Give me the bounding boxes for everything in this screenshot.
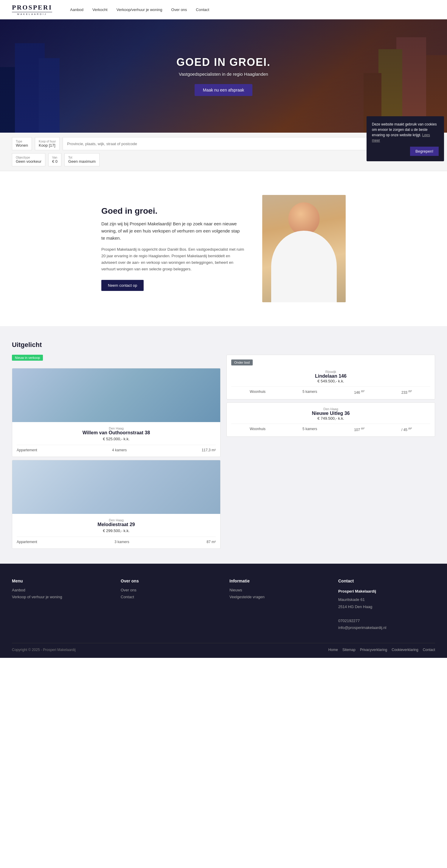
about-text: Goed in groei. Dat zijn wij bij Prosperi… bbox=[101, 206, 244, 291]
koop-field[interactable]: Koop of huur Koop [17] bbox=[35, 137, 60, 150]
type-field[interactable]: Type Wonen bbox=[12, 137, 32, 150]
hero-subtitle: Vastgoedspecialisten in de regio Haaglan… bbox=[177, 71, 270, 76]
listing-price-4: € 749.500,- k.k. bbox=[231, 416, 430, 421]
featured-section: Uitgelicht Nieuw in verkoop Den Haag Wil… bbox=[0, 326, 447, 564]
listing-image-1 bbox=[12, 368, 220, 422]
listing-rooms-2: 3 kamers bbox=[115, 540, 129, 544]
listing-price-2: € 299.500,- k.k. bbox=[17, 528, 216, 533]
footer-bottom-home[interactable]: Home bbox=[328, 648, 338, 652]
nav-contact[interactable]: Contact bbox=[196, 7, 209, 12]
listing-address-3: Lindelaan 146 bbox=[231, 373, 430, 379]
to-field[interactable]: Tot Geen maximum bbox=[64, 153, 99, 166]
footer-news-link[interactable]: Nieuws bbox=[229, 588, 326, 592]
right-column: Onder bod Rijswijk Lindelaan 146 € 549.5… bbox=[226, 355, 435, 549]
listing-card-4[interactable]: Den Haag Nieuwe Uitleg 36 € 749.500,- k.… bbox=[226, 402, 435, 437]
listing-info-1: Den Haag Willem van Outhoornstraat 38 € … bbox=[12, 422, 220, 457]
object-value: Geen voorkeur bbox=[16, 159, 41, 164]
type-label: Type bbox=[16, 140, 28, 143]
type-value: Wonen bbox=[16, 143, 28, 148]
footer-menu-title: Menu bbox=[12, 579, 109, 583]
footer-contact-link[interactable]: Contact bbox=[121, 595, 218, 599]
nav-verkoop[interactable]: Verkoop/verhuur je woning bbox=[117, 7, 162, 12]
footer-bottom-sitemap[interactable]: Sitemap bbox=[342, 648, 355, 652]
footer-about-link[interactable]: Over ons bbox=[121, 588, 218, 592]
listing-size-plot-3: 233 m² bbox=[402, 390, 412, 395]
location-input[interactable] bbox=[63, 137, 382, 150]
from-value: € 0 bbox=[52, 159, 58, 164]
about-section: Goed in groei. Dat zijn wij bij Prosperi… bbox=[0, 171, 447, 326]
badge-new: Nieuw in verkoop bbox=[12, 355, 221, 365]
listing-rooms-1: 4 kamers bbox=[112, 448, 127, 452]
nav-verkocht[interactable]: Verkocht bbox=[92, 7, 107, 12]
footer-bottom-privacy[interactable]: Privacyverklaring bbox=[360, 648, 387, 652]
header: PROSPERI MAKELAARDIJ Aanbod Verkocht Ver… bbox=[0, 0, 447, 20]
listing-size-plot-4: / 45 m² bbox=[402, 427, 412, 432]
footer-email: info@prosperimakelaardij.nl bbox=[338, 624, 435, 631]
footer-contact-info: Prosperi Makelaardij Mauritskade 61 2514… bbox=[338, 588, 435, 631]
badge-onderbod: Onder bod bbox=[231, 360, 430, 370]
footer-contact-col: Contact Prosperi Makelaardij Mauritskade… bbox=[338, 579, 435, 631]
listing-type-3: Woonhuis bbox=[250, 390, 265, 395]
object-field[interactable]: Objecttype Geen voorkeur bbox=[12, 153, 45, 166]
about-intro: Dat zijn wij bij Prosperi Makelaardij! B… bbox=[101, 220, 244, 242]
logo[interactable]: PROSPERI MAKELAARDIJ bbox=[12, 4, 52, 16]
listing-card-3[interactable]: Onder bod Rijswijk Lindelaan 146 € 549.5… bbox=[226, 355, 435, 399]
footer-bottom: Copyright © 2025 - Prosperi Makelaardij … bbox=[12, 643, 435, 652]
cookie-accept-button[interactable]: Begrepen! bbox=[410, 147, 439, 156]
hero-title: GOED IN GROEI. bbox=[177, 56, 270, 68]
footer-copyright: Copyright © 2025 - Prosperi Makelaardij bbox=[12, 648, 76, 652]
listing-rooms-3: 5 kamers bbox=[302, 390, 317, 395]
footer-info-col: Informatie Nieuws Veelgestelde vragen bbox=[229, 579, 326, 631]
footer-faq-link[interactable]: Veelgestelde vragen bbox=[229, 595, 326, 599]
cookie-text: Deze website maakt gebruik van cookies o… bbox=[372, 122, 439, 143]
footer-menu-col: Menu Aanbod Verkoop of verhuur je woning bbox=[12, 579, 109, 631]
footer-menu-verkoop[interactable]: Verkoop of verhuur je woning bbox=[12, 595, 109, 599]
footer-company-name: Prosperi Makelaardij bbox=[338, 588, 435, 595]
listing-specs-2: Appartement 3 kamers 87 m² bbox=[17, 536, 216, 544]
footer-about-title: Over ons bbox=[121, 579, 218, 583]
listing-city-3: Rijswijk bbox=[231, 370, 430, 373]
footer-bottom-links: Home Sitemap Privacyverklaring Cookiever… bbox=[328, 648, 435, 652]
hero-cta-button[interactable]: Maak nu een afspraak bbox=[195, 84, 253, 96]
listing-image-2 bbox=[12, 460, 220, 514]
footer-phone: 0702192277 bbox=[338, 617, 435, 624]
footer-bottom-cookie[interactable]: Cookieverklaring bbox=[391, 648, 418, 652]
footer-contact-title: Contact bbox=[338, 579, 435, 583]
listing-city-4: Den Haag bbox=[231, 407, 430, 411]
listing-price-3: € 549.500,- k.k. bbox=[231, 379, 430, 383]
about-content: Goed in groei. Dat zijn wij bij Prosperi… bbox=[89, 177, 358, 320]
listing-size-living-3: 146 m² bbox=[354, 390, 364, 395]
cookie-banner: Deze website maakt gebruik van cookies o… bbox=[366, 116, 444, 161]
footer: Menu Aanbod Verkoop of verhuur je woning… bbox=[0, 564, 447, 658]
footer-bottom-contact[interactable]: Contact bbox=[423, 648, 435, 652]
koop-value: Koop [17] bbox=[39, 143, 56, 148]
listing-rooms-4: 5 kamers bbox=[302, 427, 317, 432]
listing-type-4: Woonhuis bbox=[250, 427, 265, 432]
listing-city-2: Den Haag bbox=[17, 518, 216, 522]
logo-text: PROSPERI bbox=[12, 4, 52, 11]
listing-size-1: 117,3 m² bbox=[202, 448, 216, 452]
nav-over-ons[interactable]: Over ons bbox=[171, 7, 187, 12]
left-column: Nieuw in verkoop Den Haag Willem van Out… bbox=[12, 355, 221, 549]
footer-info-title: Informatie bbox=[229, 579, 326, 583]
about-title: Goed in groei. bbox=[101, 206, 244, 216]
listing-type-1: Appartement bbox=[17, 448, 37, 452]
from-field[interactable]: Van € 0 bbox=[48, 153, 61, 166]
featured-grid: Nieuw in verkoop Den Haag Willem van Out… bbox=[12, 355, 435, 549]
listing-card-1[interactable]: Den Haag Willem van Outhoornstraat 38 € … bbox=[12, 368, 221, 457]
listing-info-2: Den Haag Melodiestraat 29 € 299.500,- k.… bbox=[12, 514, 220, 549]
listing-card-2[interactable]: Den Haag Melodiestraat 29 € 299.500,- k.… bbox=[12, 460, 221, 549]
logo-subtitle: MAKELAARDIJ bbox=[12, 12, 52, 16]
about-photo bbox=[262, 195, 346, 302]
nav-aanbod[interactable]: Aanbod bbox=[70, 7, 84, 12]
to-label: Tot bbox=[68, 156, 96, 159]
footer-menu-aanbod[interactable]: Aanbod bbox=[12, 588, 109, 592]
about-contact-button[interactable]: Neem contact op bbox=[101, 280, 143, 291]
listing-city-1: Den Haag bbox=[17, 427, 216, 430]
featured-title: Uitgelicht bbox=[12, 341, 435, 349]
listing-specs-3: Woonhuis 5 kamers 146 m² 233 m² bbox=[231, 386, 430, 395]
listing-specs-4: Woonhuis 5 kamers 107 m² / 45 m² bbox=[231, 424, 430, 432]
hero-content: GOED IN GROEI. Vastgoedspecialisten in d… bbox=[177, 56, 270, 96]
listing-size-2: 87 m² bbox=[206, 540, 216, 544]
about-desc: Prosperi Makelaardij is opgericht door D… bbox=[101, 246, 244, 273]
